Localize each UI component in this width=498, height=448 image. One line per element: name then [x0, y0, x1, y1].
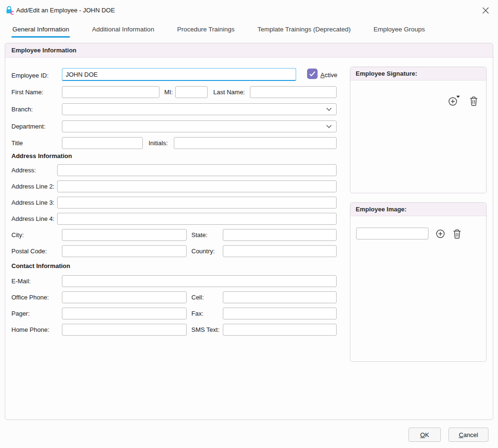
initials-input[interactable]: [174, 137, 337, 149]
tab-employee-groups[interactable]: Employee Groups: [373, 24, 426, 39]
country-input[interactable]: [223, 245, 337, 257]
title-input[interactable]: [62, 137, 143, 149]
fax-input[interactable]: [223, 308, 337, 319]
sms-text-label: SMS Text:: [191, 324, 219, 336]
chevron-down-icon: [326, 108, 332, 111]
address-information-section: Address Information: [11, 152, 72, 159]
employee-signature-title: Employee Signature:: [350, 67, 486, 80]
tab-additional-information[interactable]: Additional Information: [91, 24, 155, 39]
pager-input[interactable]: [62, 308, 187, 319]
postal-code-input[interactable]: [62, 245, 187, 257]
employee-image-input[interactable]: [356, 228, 428, 239]
postal-code-label: Postal Code:: [11, 245, 47, 257]
employee-id-label: Employee ID:: [11, 70, 49, 81]
tab-template-trainings[interactable]: Template Trainings (Deprecated): [257, 24, 352, 39]
email-input[interactable]: [62, 275, 337, 287]
branch-label: Branch:: [11, 103, 33, 115]
home-phone-label: Home Phone:: [11, 324, 50, 336]
department-dropdown[interactable]: [62, 120, 337, 132]
branch-dropdown[interactable]: [62, 103, 337, 115]
employee-signature-panel: Employee Signature:: [350, 67, 487, 193]
state-label: State:: [191, 229, 208, 241]
address-line2-label: Address Line 2:: [11, 180, 54, 192]
employee-image-panel: Employee Image:: [350, 202, 487, 362]
pager-label: Pager:: [11, 308, 30, 319]
office-phone-input[interactable]: [62, 291, 187, 303]
address-line4-input[interactable]: [57, 213, 337, 225]
tab-bar: General Information Additional Informati…: [11, 24, 426, 39]
cell-input[interactable]: [223, 291, 337, 303]
department-label: Department:: [11, 120, 46, 132]
chevron-down-icon: [326, 125, 332, 129]
city-label: City:: [11, 229, 24, 241]
cancel-button[interactable]: Cancel: [448, 428, 488, 442]
active-label: Active: [320, 69, 337, 81]
home-phone-input[interactable]: [62, 324, 187, 336]
first-name-label: First Name:: [11, 86, 43, 98]
mi-input[interactable]: [175, 86, 208, 98]
country-label: Country:: [191, 245, 215, 257]
title-label: Title: [11, 137, 23, 149]
sms-text-input[interactable]: [223, 324, 337, 336]
last-name-input[interactable]: [250, 86, 337, 98]
office-phone-label: Office Phone:: [11, 291, 49, 303]
employee-image-title: Employee Image:: [350, 203, 486, 216]
ok-button[interactable]: OK: [408, 428, 441, 442]
address-line2-input[interactable]: [57, 180, 337, 192]
last-name-label: Last Name:: [213, 86, 245, 98]
app-lock-icon: [5, 5, 14, 17]
address-line3-input[interactable]: [57, 197, 337, 209]
image-toolbar: [350, 216, 486, 239]
active-checkbox[interactable]: [307, 69, 318, 79]
tab-general-information[interactable]: General Information: [11, 24, 70, 39]
signature-toolbar: [350, 80, 486, 107]
fax-label: Fax:: [191, 308, 203, 319]
address-label: Address:: [11, 164, 36, 176]
titlebar: Add/Edit an Employee - JOHN DOE: [0, 0, 498, 20]
cell-label: Cell:: [191, 291, 204, 303]
close-icon[interactable]: [481, 6, 490, 15]
mi-label: MI:: [164, 86, 173, 98]
window-title: Add/Edit an Employee - JOHN DOE: [16, 7, 115, 14]
check-icon: [309, 71, 316, 77]
city-input[interactable]: [62, 229, 187, 241]
employee-information-group-title: Employee Information: [5, 43, 493, 58]
first-name-input[interactable]: [62, 86, 159, 98]
add-image-icon[interactable]: [435, 229, 446, 239]
add-signature-icon[interactable]: [448, 95, 460, 107]
email-label: E-Mail:: [11, 275, 30, 287]
address-line3-label: Address Line 3:: [11, 197, 54, 209]
initials-label: Initials:: [149, 137, 168, 149]
address-line4-label: Address Line 4:: [11, 213, 54, 225]
delete-signature-trash-icon[interactable]: [469, 96, 478, 106]
employee-id-input[interactable]: [62, 68, 296, 81]
state-input[interactable]: [223, 229, 337, 241]
delete-image-trash-icon[interactable]: [452, 229, 462, 239]
add-edit-employee-dialog: Add/Edit an Employee - JOHN DOE General …: [0, 0, 498, 448]
contact-information-section: Contact Information: [11, 262, 70, 269]
address-input[interactable]: [57, 164, 337, 176]
tab-procedure-trainings[interactable]: Procedure Trainings: [176, 24, 236, 39]
